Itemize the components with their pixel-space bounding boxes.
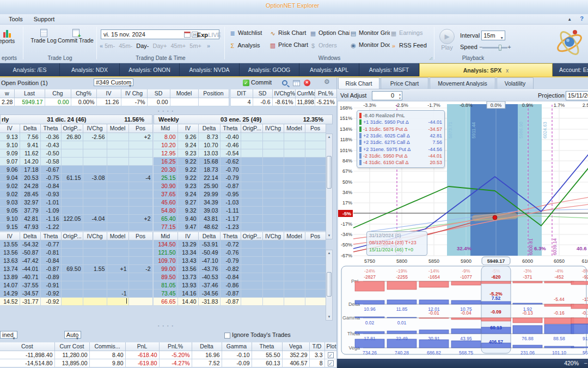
chain-header[interactable]: IVChg [83,124,107,132]
option-row[interactable]: 134.5013.29-53.91-0.72 [154,240,326,249]
expiration-header-left[interactable]: rly 31 dic. 24 (46) 11.56% [0,114,152,124]
projection-date-field[interactable]: 15/11/2024 [566,91,588,100]
step-5m+[interactable]: 5m+ [189,43,201,49]
tab-analysises[interactable]: Analysis: /ES [0,63,60,76]
risk-chart-button[interactable]: ∿ Risk Chart [269,29,309,37]
option-row[interactable]: 66.6514.40-31.83-0.87 [154,298,326,306]
chain-header[interactable]: Theta [220,124,241,132]
option-row[interactable]: 73.4514.16-34.56-0.87 [154,289,326,298]
tab-analysisnvda[interactable]: Analysis: NVDA [180,63,240,76]
auto-select[interactable]: Auto▼ [64,331,81,339]
option-row[interactable]: 14.29-34.57-0.92-1 [0,289,152,298]
reports-button[interactable]: eports [0,29,15,44]
watchlist-button[interactable]: ≣ Watchlist [229,29,269,37]
option-row[interactable]: 13.55-54.32-0.77 [0,240,152,249]
option-row[interactable]: 12.959.2313.03-0.54 [154,149,326,157]
tab-analysis-spx-active[interactable]: Analysis: SPXx [419,63,553,76]
splitter-handle[interactable]: ▪ ▪ ▪ ▪ [155,110,177,112]
option-row[interactable]: 109.7013.43-47.10-0.79 [154,257,326,265]
trade-log-button[interactable]: Trade Log [28,29,59,44]
summary-header[interactable]: Plot [324,342,336,351]
chain-header[interactable]: OrigP... [61,124,83,132]
chain-header[interactable]: OrigP... [241,124,262,132]
close-tab-icon[interactable]: x [506,68,509,74]
option-row[interactable]: 14.52-31.77-0.92 [0,298,152,306]
chain-header[interactable]: Model [107,124,128,132]
option-row[interactable]: 45.609.2734.39-1.03 [154,198,326,206]
option-row[interactable]: 9.1547.93-1.22 [0,222,152,231]
zoom-out-icon[interactable]: − [584,360,587,366]
menu-support[interactable]: Support [28,14,60,24]
option-row[interactable]: 13.89-40.71-0.89 [0,273,152,281]
chain-header[interactable]: Mid [154,232,177,240]
strategy-select[interactable]: #349 Custom▼ [94,79,133,86]
interval-select[interactable]: 15m▼ [481,31,505,40]
chain-header[interactable]: OrigP... [61,232,83,240]
calendar-icon[interactable] [184,32,191,38]
chain-header[interactable]: Model [284,124,305,132]
commit-button[interactable]: ✓ Commit [243,79,272,86]
option-row[interactable]: 13.74-44.01-0.8769.501.55+1-2 [0,265,152,273]
option-row[interactable]: 8.009.268.73-0.40 [154,132,326,141]
export-icon[interactable] [293,79,300,86]
option-row[interactable]: 99.0013.56-43.76-0.82 [154,265,326,273]
summary-header[interactable]: Vega [282,342,309,351]
option-row[interactable]: 9.0224.28-0.84 [0,182,152,190]
chain-header[interactable]: Pos [305,232,326,240]
tab-analysisaapl[interactable]: Analysis: AAPL [299,63,359,76]
option-row[interactable]: 9.109.41-0.43 [0,141,152,149]
chain-header[interactable]: Model [107,232,128,240]
option-row[interactable]: 9.0228.45-0.93 [0,190,152,198]
close-position-icon[interactable]: × [304,79,310,86]
collapse-ribbon-icon[interactable]: ▲ [567,17,572,22]
option-row[interactable]: 9.1042.81-1.16122.05-4.04+2 [0,214,152,222]
dialog-launcher-icon[interactable]: ◿ [430,56,432,61]
plot-checkbox[interactable]: ✓ [328,352,334,358]
option-row[interactable]: 13.63-47.42-0.84 [0,257,152,265]
chain-header[interactable]: IVChg [262,124,284,132]
chain-header[interactable]: Theta [220,232,241,240]
plot-checkbox[interactable]: ✓ [328,360,334,366]
chain-header[interactable]: IV [0,124,20,132]
chain-header[interactable]: OrigP... [241,232,262,240]
option-row[interactable]: 81.0513.93-37.46-0.86 [154,281,326,289]
settings-gear-icon[interactable]: ⚙ [324,78,330,86]
option-row[interactable]: 25.159.2222.14-0.79 [154,173,326,182]
summary-header[interactable]: Delta [192,342,222,351]
step-5m-[interactable]: 5m- [105,43,115,49]
option-row[interactable]: 30.909.2325.90-0.87 [154,182,326,190]
tab-analysisndx[interactable]: Analysis: NDX [60,63,120,76]
step-45m+[interactable]: 45m+ [170,43,186,49]
option-row[interactable]: 13.56-50.87-0.81 [0,249,152,257]
option-row[interactable]: 14.07-37.55-0.91 [0,281,152,289]
summary-header[interactable]: Commis... [89,342,125,351]
splitter-handle[interactable]: ▪ ▪ ▪ ▪ [155,325,177,327]
menu-tools[interactable]: Tools [3,14,28,24]
chain-header[interactable]: IVChg [83,232,107,240]
puts-scrollbar[interactable]: ▲▼ [326,250,333,321]
option-row[interactable]: 9.0420.53-0.7561.15-3.08-4 [0,173,152,182]
prev-day-icon[interactable]: « [100,43,105,49]
option-row[interactable]: 65.409.4043.81-1.17 [154,214,326,222]
summary-header[interactable]: Cost [0,342,54,351]
option-row[interactable]: 37.659.2429.99-0.95 [154,190,326,198]
chain-header[interactable]: IVChg [262,232,284,240]
option-row[interactable]: 54.809.3239.03-1.11 [154,206,326,214]
option-row[interactable]: 20.309.2218.73-0.70 [154,165,326,173]
help-icon[interactable]: ? [580,15,584,22]
chain-header[interactable]: Theta [40,124,61,132]
tab-analysismsft[interactable]: Analysis: MSFT [359,63,419,76]
display-mode-select[interactable]: ined▼ [0,331,17,339]
rss-feed-button[interactable]: » RSS Feed [390,42,430,49]
tab-analysisgoog[interactable]: Analysis: GOOG [240,63,299,76]
chain-header[interactable]: Mid [154,124,177,132]
chain-header[interactable]: IV [0,232,20,240]
chain-header[interactable]: Delta [198,124,220,132]
option-row[interactable]: 9.0617.18-0.67 [0,165,152,173]
option-row[interactable]: 9.137.56-0.3626.80-2.56+2 [0,132,152,141]
chain-header[interactable]: Delta [198,232,220,240]
expiration-header-right[interactable]: Weekly 03 ene. 25 (49) 12.35% [154,114,333,124]
step-Day-[interactable]: Day- [136,43,149,49]
calls-scrollbar[interactable]: ▲▼ [326,134,333,239]
chain-header[interactable]: Delta [20,124,40,132]
